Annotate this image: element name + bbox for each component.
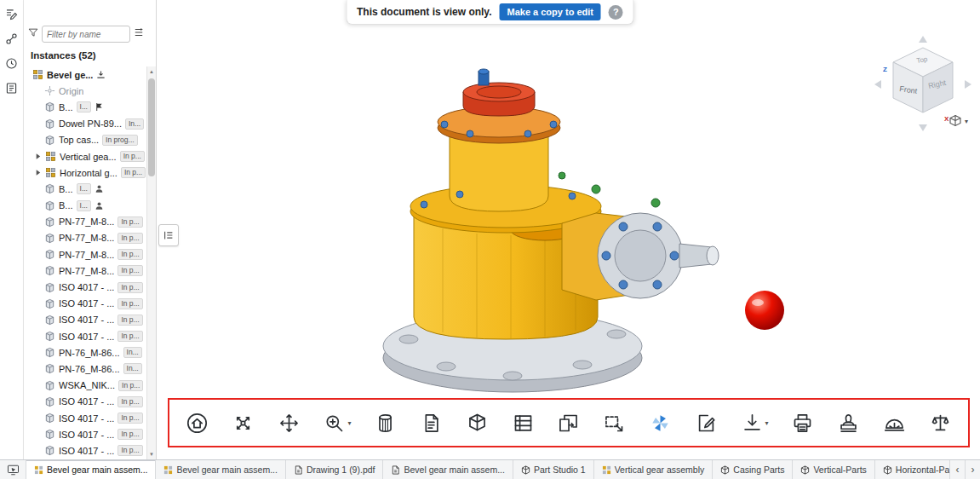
bom-button[interactable] [509,409,537,437]
scrollbar-thumb[interactable] [148,78,155,176]
tree-item[interactable]: ISO 4017 - ...In p... [24,328,146,344]
3d-model-canvas[interactable] [157,0,980,459]
state-badge: In... [123,363,142,374]
tab-scroll-left-icon[interactable]: ‹ [949,460,965,479]
person-icon[interactable] [95,201,104,211]
tree-item[interactable]: ISO 4017 - ...In p... [24,410,146,426]
markup-button[interactable] [692,409,720,437]
zoom-window-button[interactable] [600,409,628,437]
document-tab[interactable]: Drawing 1 (9).pdf [286,460,384,479]
cube-icon [948,114,962,128]
part-icon [44,429,55,440]
tab-label: Bevel gear main assem... [47,465,147,475]
chevron-down-icon[interactable]: ▾ [347,419,351,427]
tree-item-label: Top cas... [59,135,99,145]
document-tab[interactable]: Casing Parts [713,460,793,479]
appearance-button[interactable] [646,409,674,437]
tree-item[interactable]: PN-76_M-86...In... [24,344,146,361]
tree-item[interactable]: ISO 4017 - ...In p... [24,279,146,295]
copy-view-icon [557,412,580,435]
copy-view-button[interactable] [554,409,582,437]
view-only-notice: This document is view only. [357,6,491,18]
tree-item[interactable]: WSKA_NIK...In p... [24,378,146,394]
help-icon[interactable]: ? [609,5,623,20]
tree-item-label: PN-76_M-86... [59,364,120,374]
state-badge: In p... [117,233,142,244]
tree-item[interactable]: B...I... [24,181,146,197]
stamp-button[interactable] [834,409,863,437]
rotate-left-arrow-icon[interactable] [874,80,881,89]
state-badge: In... [125,118,144,130]
follow-mode-icon[interactable] [0,460,26,479]
mates-icon[interactable] [3,29,21,48]
tree-item[interactable]: Origin [24,83,146,99]
tree-item[interactable]: ISO 4017 - ...In p... [24,442,146,459]
tree-item[interactable]: Top cas...In prog... [24,132,146,148]
view-options-button[interactable]: ▾ [948,114,968,128]
tab-scroll-right-icon[interactable]: › [965,460,980,479]
filter-funnel-icon[interactable] [27,26,39,42]
tree-item[interactable]: PN-76_M-86...In... [24,361,146,377]
expand-arrow-icon[interactable] [34,153,42,160]
tree-item[interactable]: PN-77_M-8...In p... [24,246,146,263]
tab-label: Vertical gear assembly [615,465,705,475]
graphics-area[interactable]: Top Front Right Z X ▾ ▾▾ [157,0,980,459]
document-tab[interactable]: Bevel gear main assem... [26,460,156,479]
tree-item[interactable]: ISO 4017 - ...In p... [24,394,146,410]
edit-list-icon[interactable] [3,4,21,23]
document-tab[interactable]: Vertical-Parts [793,460,874,479]
filter-input[interactable] [42,26,130,43]
tree-item[interactable]: ISO 4017 - ...In p... [24,296,146,312]
download-icon[interactable] [96,70,106,79]
tree-item[interactable]: ISO 4017 - ...In p... [24,312,146,328]
exploded-view-button[interactable] [463,409,491,437]
history-icon[interactable] [3,54,21,72]
tree-item[interactable]: Vertical gea...In p... [24,148,146,164]
home-button[interactable] [183,409,211,437]
print-button[interactable] [788,409,817,437]
tree-item[interactable]: PN-77_M-8...In p... [24,214,146,230]
mass-properties-icon [929,412,952,435]
tree-scrollbar[interactable]: ▲ ▼ [146,66,156,459]
document-tab[interactable]: Bevel gear main assem... [156,460,285,479]
tree-item[interactable]: Dowel PN-89...In... [24,116,146,132]
document-tab[interactable]: Horizontal-Par... [875,460,949,479]
gearbox-model[interactable] [383,69,719,392]
notes-icon[interactable] [3,78,21,97]
scroll-down-icon[interactable]: ▼ [147,449,156,459]
tree-item[interactable]: PN-77_M-8...In p... [24,263,146,279]
person-icon[interactable] [95,184,104,193]
document-tab[interactable]: Bevel gear main assem... [383,460,513,479]
pan-button[interactable] [275,409,303,437]
tree-item[interactable]: ISO 4017 - ...In p... [24,426,146,442]
protractor-icon [883,412,906,435]
rotate-right-arrow-icon[interactable] [965,80,971,89]
rotate-down-arrow-icon[interactable] [919,124,927,131]
scroll-up-icon[interactable]: ▲ [147,66,156,77]
make-copy-button[interactable]: Make a copy to edit [500,3,601,20]
document-tab[interactable]: Vertical gear assembly [594,460,714,479]
red-sphere[interactable] [745,291,784,330]
flag-icon[interactable] [95,102,104,112]
tree-item[interactable]: Horizontal g...In p... [24,164,146,181]
named-views-button[interactable] [417,409,445,437]
tree-item[interactable]: PN-77_M-8...In p... [24,230,146,246]
list-options-icon[interactable] [133,26,145,42]
chevron-down-icon[interactable]: ▾ [765,419,769,427]
section-view-button[interactable] [371,409,399,437]
part-icon [44,200,55,211]
export-button[interactable]: ▾ [738,409,771,437]
tree-item[interactable]: B...I... [24,198,146,214]
tab-label: Bevel gear main assem... [176,465,277,475]
zoom-button[interactable]: ▾ [320,409,353,437]
tree-item[interactable]: Bevel ge... [24,66,146,83]
expand-arrow-icon[interactable] [34,169,42,176]
protractor-button[interactable] [880,409,908,437]
document-tab[interactable]: Part Studio 1 [513,460,594,479]
rotate-up-arrow-icon[interactable] [919,36,927,43]
tree-item[interactable]: B...I... [24,99,146,115]
orbit-button[interactable] [229,409,257,437]
mass-properties-button[interactable] [926,409,954,437]
collapse-panel-button[interactable] [158,224,179,246]
pdf-tab-icon [391,465,400,475]
